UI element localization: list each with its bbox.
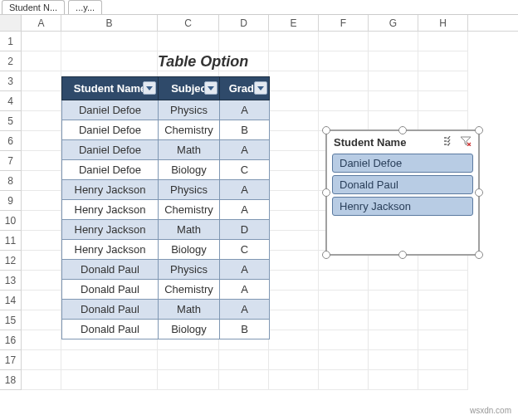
cell[interactable] bbox=[269, 71, 319, 91]
cell-name[interactable]: Daniel Defoe bbox=[62, 140, 159, 160]
table-row[interactable]: Daniel DefoeMathA bbox=[62, 140, 270, 160]
cell[interactable] bbox=[269, 291, 319, 310]
cell-subject[interactable]: Chemistry bbox=[159, 200, 220, 220]
sheet-tab[interactable]: ...y... bbox=[68, 0, 102, 14]
cell-name[interactable]: Donald Paul bbox=[62, 320, 159, 339]
table-row[interactable]: Daniel DefoeBiologyC bbox=[62, 160, 270, 180]
multi-select-icon[interactable] bbox=[443, 136, 455, 149]
cell[interactable] bbox=[22, 32, 61, 51]
cell[interactable] bbox=[22, 271, 61, 291]
row-header[interactable]: 10 bbox=[0, 211, 22, 231]
column-header-G[interactable]: G bbox=[369, 15, 418, 31]
cell[interactable] bbox=[369, 271, 418, 291]
cell[interactable] bbox=[269, 171, 319, 191]
cell[interactable] bbox=[319, 71, 369, 91]
cell-subject[interactable]: Chemistry bbox=[159, 280, 220, 300]
cell-subject[interactable]: Math bbox=[159, 300, 220, 320]
table-header-grade[interactable]: Grade bbox=[220, 77, 270, 100]
cell-subject[interactable]: Biology bbox=[159, 160, 220, 180]
cell[interactable] bbox=[22, 370, 61, 390]
row-header[interactable]: 11 bbox=[0, 231, 22, 251]
title-cell[interactable] bbox=[61, 51, 158, 71]
select-all-corner[interactable] bbox=[0, 15, 22, 31]
cell[interactable] bbox=[22, 91, 61, 111]
table-header-subject[interactable]: Subjec bbox=[159, 77, 220, 100]
cell[interactable] bbox=[219, 370, 269, 390]
row-header[interactable]: 16 bbox=[0, 330, 22, 350]
filter-dropdown-icon[interactable] bbox=[143, 81, 156, 95]
cell-grade[interactable]: A bbox=[220, 140, 270, 160]
cell[interactable] bbox=[269, 191, 319, 211]
cell-subject[interactable]: Physics bbox=[159, 180, 220, 200]
column-header-C[interactable]: C bbox=[158, 15, 219, 31]
cell-grade[interactable]: C bbox=[220, 240, 270, 260]
cell[interactable] bbox=[158, 370, 219, 390]
cell[interactable] bbox=[61, 370, 158, 390]
cell[interactable] bbox=[319, 271, 369, 291]
cell[interactable] bbox=[269, 231, 319, 251]
cell-name[interactable]: Henry Jackson bbox=[62, 240, 159, 260]
table-row[interactable]: Henry JacksonPhysicsA bbox=[62, 180, 270, 200]
cell-name[interactable]: Daniel Defoe bbox=[62, 120, 159, 140]
cell-subject[interactable]: Biology bbox=[159, 320, 220, 339]
cell-subject[interactable]: Physics bbox=[159, 260, 220, 280]
table-row[interactable]: Donald PaulMathA bbox=[62, 300, 270, 320]
row-header[interactable]: 13 bbox=[0, 271, 22, 291]
cell[interactable] bbox=[418, 350, 468, 370]
cell[interactable] bbox=[61, 32, 158, 51]
cell[interactable] bbox=[269, 151, 319, 171]
cell-name[interactable]: Donald Paul bbox=[62, 300, 159, 320]
table-row[interactable]: Daniel DefoeChemistryB bbox=[62, 120, 270, 140]
cell[interactable] bbox=[369, 291, 418, 310]
cell[interactable] bbox=[158, 350, 219, 370]
cell[interactable] bbox=[269, 111, 319, 131]
cell[interactable] bbox=[369, 111, 418, 131]
column-header-A[interactable]: A bbox=[22, 15, 61, 31]
cell-name[interactable]: Donald Paul bbox=[62, 260, 159, 280]
slicer-student-name[interactable]: Student Name Daniel Defoe Donald Paul He… bbox=[325, 129, 480, 256]
cell[interactable] bbox=[61, 350, 158, 370]
cell[interactable] bbox=[219, 32, 269, 51]
cell[interactable] bbox=[418, 310, 468, 330]
cell[interactable] bbox=[22, 171, 61, 191]
row-header[interactable]: 9 bbox=[0, 191, 22, 211]
cell[interactable] bbox=[418, 370, 468, 390]
cell[interactable] bbox=[158, 32, 219, 51]
cell[interactable] bbox=[22, 231, 61, 251]
cell[interactable] bbox=[418, 271, 468, 291]
cell[interactable] bbox=[369, 91, 418, 111]
cell[interactable] bbox=[22, 51, 61, 71]
cell[interactable] bbox=[369, 32, 418, 51]
row-header[interactable]: 1 bbox=[0, 32, 22, 51]
cell[interactable] bbox=[319, 350, 369, 370]
cell[interactable] bbox=[22, 211, 61, 231]
cell[interactable] bbox=[418, 71, 468, 91]
resize-handle-icon[interactable] bbox=[398, 251, 407, 259]
row-header[interactable]: 6 bbox=[0, 131, 22, 151]
row-header[interactable]: 8 bbox=[0, 171, 22, 191]
column-header-D[interactable]: D bbox=[219, 15, 269, 31]
cell[interactable] bbox=[269, 51, 319, 71]
row-header[interactable]: 17 bbox=[0, 350, 22, 370]
cell[interactable] bbox=[22, 151, 61, 171]
cell[interactable] bbox=[22, 310, 61, 330]
cell-name[interactable]: Henry Jackson bbox=[62, 220, 159, 240]
cell[interactable] bbox=[319, 291, 369, 310]
cell-grade[interactable]: A bbox=[220, 100, 270, 120]
cell[interactable] bbox=[22, 291, 61, 310]
cell[interactable] bbox=[269, 32, 319, 51]
cell-name[interactable]: Daniel Defoe bbox=[62, 160, 159, 180]
table-row[interactable]: Henry JacksonBiologyC bbox=[62, 240, 270, 260]
cell[interactable] bbox=[22, 350, 61, 370]
slicer-item[interactable]: Donald Paul bbox=[332, 175, 473, 194]
cell[interactable] bbox=[269, 271, 319, 291]
cell-grade[interactable]: A bbox=[220, 260, 270, 280]
cell[interactable] bbox=[418, 51, 468, 71]
cell-grade[interactable]: A bbox=[220, 300, 270, 320]
cell[interactable] bbox=[269, 350, 319, 370]
cell[interactable] bbox=[269, 370, 319, 390]
title-cell[interactable]: Table Option bbox=[158, 51, 219, 71]
cell-subject[interactable]: Math bbox=[159, 140, 220, 160]
cell-grade[interactable]: C bbox=[220, 160, 270, 180]
resize-handle-icon[interactable] bbox=[322, 251, 330, 259]
